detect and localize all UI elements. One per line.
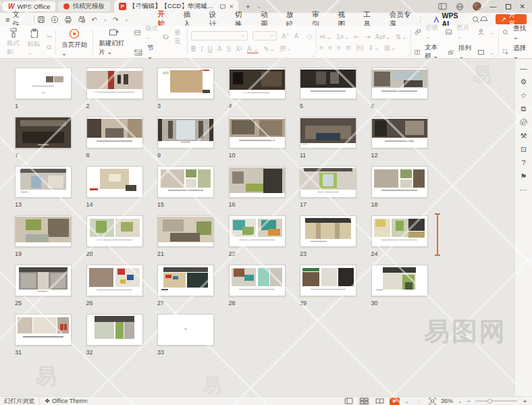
numbering-icon[interactable]: 1≡⌄ (336, 33, 350, 40)
slide-thumbnail-5[interactable] (300, 68, 356, 99)
columns-icon[interactable]: ▥⌄ (384, 44, 396, 51)
font-dialog-launcher-icon[interactable]: ⌟ (312, 52, 314, 57)
normal-view-icon[interactable] (343, 398, 354, 405)
print-icon[interactable] (64, 16, 72, 24)
avatar-insert-button[interactable]: ⌄ (477, 28, 495, 36)
slide-thumbnail-33[interactable] (157, 314, 214, 346)
zoom-out-button[interactable]: − (467, 398, 471, 404)
layout-button[interactable]: 版式 ⌄ (134, 24, 161, 40)
select-button[interactable]: 选择 ⌄ (502, 44, 529, 60)
outdent-icon[interactable]: ⇤ (354, 33, 360, 40)
arrange-button[interactable]: 排列 ⌄ (448, 44, 473, 60)
hide-ribbon-icon[interactable]: — (520, 65, 527, 72)
align-right-icon[interactable]: ≡ (337, 44, 341, 51)
slide-thumbnail-7[interactable] (15, 117, 72, 148)
export-pdf-icon[interactable] (51, 16, 59, 24)
highlight-color-button[interactable]: ✎⌄ (263, 45, 275, 53)
superscript-button[interactable]: X² (236, 45, 242, 53)
copy-icon[interactable]: ⧉ (47, 43, 52, 51)
undo-icon[interactable]: ↶ (91, 16, 97, 24)
globe-icon[interactable] (456, 3, 464, 11)
increase-font-icon[interactable]: A⁺ (282, 32, 290, 40)
sidebar-toggle-icon[interactable] (438, 3, 447, 10)
align-center-icon[interactable]: ≡ (328, 44, 332, 51)
close-window-button[interactable]: ✕ (520, 3, 525, 10)
text-direction-icon[interactable]: A⇄⌄ (375, 33, 391, 40)
underline-button[interactable]: U (207, 45, 212, 53)
maximize-button[interactable] (506, 4, 511, 9)
slide-thumbnail-20[interactable] (86, 215, 143, 247)
home-tab[interactable]: 找稿完模板 (58, 1, 110, 11)
zoom-slider-thumb[interactable] (487, 399, 492, 404)
reset-button[interactable]: 重置 (163, 28, 184, 46)
insert-dialog-launcher-icon[interactable]: ⌟ (494, 52, 496, 57)
bold-button[interactable]: B (191, 45, 196, 53)
slide-thumbnail-16[interactable] (229, 166, 286, 198)
slide-thumbnail-13[interactable] (15, 166, 72, 198)
print-preview-icon[interactable] (78, 16, 86, 24)
search-icon[interactable] (472, 16, 480, 24)
slide-size-button[interactable]: ⌄ (477, 49, 495, 56)
slide-thumbnail-17[interactable] (300, 166, 356, 198)
slide-thumbnail-2[interactable] (86, 68, 143, 99)
member-hat-icon[interactable] (479, 16, 488, 23)
slide-sorter-view-icon[interactable] (358, 398, 369, 405)
reading-view-icon[interactable] (374, 398, 385, 405)
slideshow-play-button[interactable]: ▶ (390, 398, 400, 405)
slide-thumbnail-9[interactable] (157, 117, 214, 148)
slide-thumbnail-14[interactable] (86, 166, 143, 198)
wps-badge-icon[interactable]: Ⓦ (520, 119, 527, 126)
format-painter-button[interactable]: 格式刷 (5, 28, 23, 57)
slide-thumbnail-4[interactable] (229, 68, 286, 99)
line-spacing-icon[interactable]: ⇕⌄ (368, 44, 379, 51)
slide-thumbnail-31[interactable] (15, 314, 72, 346)
help-icon[interactable]: ? (521, 159, 525, 167)
strikethrough-button[interactable]: S (226, 45, 231, 53)
bullets-icon[interactable]: •≡⌄ (319, 33, 331, 40)
play-options-icon[interactable]: ⌄ (404, 398, 409, 404)
slide-thumbnail-19[interactable] (15, 215, 72, 247)
zoom-slider[interactable] (475, 400, 517, 402)
find-button[interactable]: 查找 ⌄ (502, 24, 529, 40)
slide-thumbnail-32[interactable] (86, 314, 143, 346)
save-icon[interactable] (37, 16, 45, 24)
copy-layers-icon[interactable]: ⧉ (521, 105, 527, 113)
theme-label[interactable]: Office Theme (52, 398, 88, 404)
skin-icon[interactable]: ⚑ (521, 173, 527, 180)
more-icon[interactable]: ⋯ (520, 186, 527, 194)
font-size-select[interactable] (252, 31, 277, 40)
slide-thumbnail-6[interactable] (371, 68, 428, 99)
slide-thumbnail-30[interactable] (371, 265, 428, 296)
slide-thumbnail-3[interactable] (157, 68, 214, 99)
slide-thumbnail-1[interactable] (15, 68, 72, 99)
align-left-icon[interactable]: ≡ (319, 44, 323, 51)
slide-thumbnail-22[interactable] (229, 215, 286, 247)
slide-thumbnail-15[interactable] (157, 166, 214, 198)
new-slide-button[interactable]: 新建幻灯片 ⌄ (97, 28, 132, 57)
slide-thumbnail-10[interactable] (229, 117, 286, 148)
undo-dropdown-icon[interactable]: ⌄ (103, 16, 107, 22)
section-button[interactable]: 节 ⌄ (134, 44, 161, 60)
shapes-button[interactable]: 形状 ⌄ (415, 24, 442, 40)
zoom-level[interactable]: 36% (441, 398, 453, 404)
slide-thumbnail-25[interactable] (15, 265, 72, 296)
user-avatar[interactable] (473, 2, 481, 11)
zoom-dropdown-icon[interactable]: ⌄ (458, 398, 462, 404)
play-from-current-button[interactable]: 当页开始 ⌄ (59, 28, 89, 57)
slide-thumbnail-11[interactable] (300, 117, 356, 148)
rotate-text-icon[interactable]: ⇅⌄ (396, 33, 407, 40)
decrease-font-icon[interactable]: A⁻ (294, 32, 302, 40)
slide-thumbnail-23[interactable] (300, 215, 356, 247)
task-pane-icon[interactable]: ⊡ (521, 146, 527, 153)
slide-thumbnail-21[interactable] (157, 215, 214, 247)
star-icon[interactable]: ☆ (521, 92, 527, 99)
distribute-icon[interactable]: |≡| (356, 44, 363, 51)
slide-thumbnail-18[interactable] (371, 166, 428, 198)
cut-icon[interactable]: ✂ (47, 33, 52, 40)
font-name-select[interactable] (191, 31, 248, 40)
slide-thumbnail-26[interactable] (86, 265, 143, 296)
adjust-icon[interactable]: ⚙ (521, 78, 527, 86)
slide-thumbnail-27[interactable] (157, 265, 214, 296)
quick-access-dropdown-icon[interactable]: ⌄ (124, 16, 129, 22)
paragraph-dialog-launcher-icon[interactable]: ⌟ (407, 52, 409, 57)
